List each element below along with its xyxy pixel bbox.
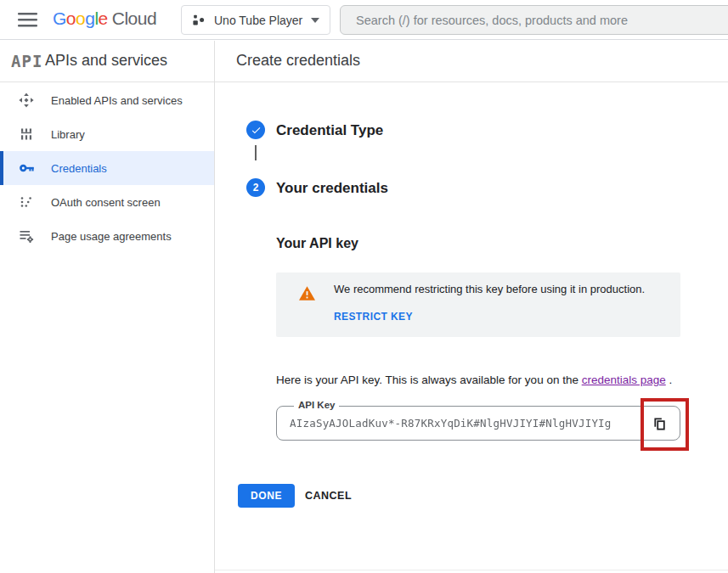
check-icon xyxy=(251,125,262,136)
api-product-mark: API xyxy=(11,52,42,70)
agreements-icon xyxy=(19,228,34,244)
done-button[interactable]: DONE xyxy=(238,484,295,508)
red-highlight-annotation xyxy=(641,398,689,451)
restrict-key-button[interactable]: RESTRICT KEY xyxy=(334,311,413,323)
sidebar-item-label: Page usage agreements xyxy=(51,230,172,243)
stepper-connector xyxy=(255,145,257,160)
sidebar-item-page-usage-agreements[interactable]: Page usage agreements xyxy=(0,219,214,253)
key-icon xyxy=(19,160,34,176)
sidebar-item-enabled-apis[interactable]: Enabled APIs and services xyxy=(0,83,214,117)
project-dots-icon xyxy=(192,14,206,27)
google-logo-letters: Google xyxy=(53,8,108,28)
section-header: API APIs and services Create credentials xyxy=(0,41,728,82)
cloud-wordmark: Cloud xyxy=(112,8,156,28)
sidebar-item-library[interactable]: Library xyxy=(0,117,214,151)
warning-triangle-icon xyxy=(299,286,315,304)
oauth-consent-icon xyxy=(19,194,34,210)
enabled-apis-icon xyxy=(19,93,34,108)
description-text-suffix: . xyxy=(666,374,673,386)
api-key-field[interactable]: API Key AIzaSyAJOLadKuv*-R87KRxYqDiK#Nlg… xyxy=(276,406,680,441)
api-key-description: Here is your API key. This is always ava… xyxy=(276,374,692,386)
sidebar-item-oauth-consent[interactable]: OAuth consent screen xyxy=(0,185,214,219)
product-title: APIs and services xyxy=(45,52,167,70)
project-name: Uno Tube Player xyxy=(214,14,304,27)
sidebar-nav: Enabled APIs and services Library xyxy=(0,83,214,253)
sidebar-item-label: Library xyxy=(51,128,85,141)
chevron-down-icon xyxy=(311,18,319,23)
content-bottom-divider xyxy=(215,570,728,570)
search-input[interactable] xyxy=(340,5,728,35)
library-icon xyxy=(19,126,34,142)
sidebar-divider xyxy=(214,41,215,573)
step-1-label: Credential Type xyxy=(276,122,383,139)
project-selector[interactable]: Uno Tube Player xyxy=(181,5,330,35)
google-cloud-console: GoogleCloud Uno Tube Player API APIs and… xyxy=(0,0,728,573)
restriction-warning-card: We recommend restricting this key before… xyxy=(276,272,680,337)
sidebar-item-credentials[interactable]: Credentials xyxy=(0,151,214,185)
credentials-page-link[interactable]: credentials page xyxy=(582,374,666,386)
description-text: Here is your API key. This is always ava… xyxy=(276,374,582,386)
google-cloud-logo[interactable]: GoogleCloud xyxy=(53,8,156,29)
page-title: Create credentials xyxy=(236,52,360,70)
your-api-key-heading: Your API key xyxy=(276,236,358,251)
api-key-value: AIzaSyAJOLadKuv*-R87KRxYqDiK#NlgHVJIYI#N… xyxy=(290,407,629,440)
sidebar-item-label: Enabled APIs and services xyxy=(51,94,183,107)
cancel-button[interactable]: CANCEL xyxy=(305,484,352,508)
warning-message: We recommend restricting this key before… xyxy=(334,283,645,295)
sidebar-item-label: OAuth consent screen xyxy=(51,196,161,209)
top-bar: GoogleCloud Uno Tube Player xyxy=(0,0,728,40)
step-2-number-badge: 2 xyxy=(246,178,265,197)
step-2-label: Your credentials xyxy=(276,180,388,197)
step-1-complete-badge xyxy=(246,121,265,139)
hamburger-menu-icon[interactable] xyxy=(18,13,37,27)
sidebar-item-label: Credentials xyxy=(51,162,107,175)
